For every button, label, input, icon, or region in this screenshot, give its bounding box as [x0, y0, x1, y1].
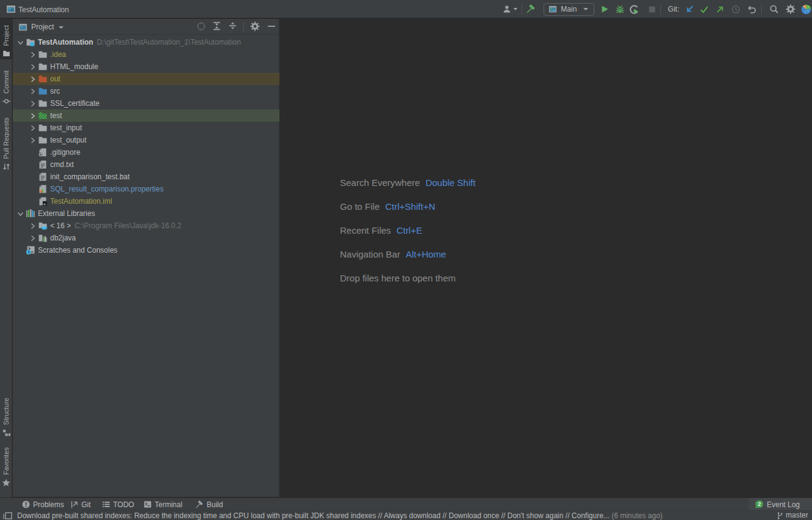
svg-text:2: 2	[758, 500, 761, 507]
